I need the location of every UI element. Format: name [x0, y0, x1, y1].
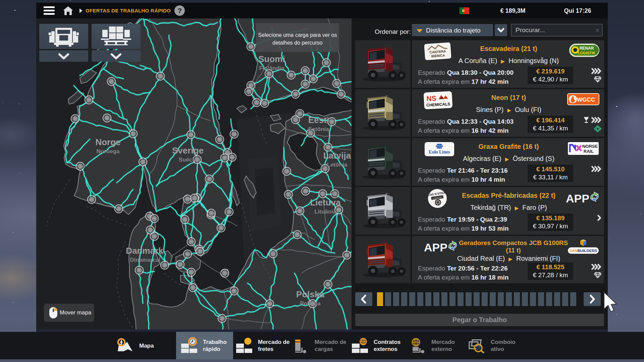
- svg-text:LOGISTIK: LOGISTIK: [578, 51, 595, 55]
- svg-text:RAIL: RAIL: [584, 149, 594, 154]
- svg-text:Suomi: Suomi: [258, 54, 285, 64]
- svg-text:Danmark: Danmark: [126, 246, 163, 256]
- svg-text:Eesti: Eesti: [308, 115, 329, 125]
- svg-text:Noruega: Noruega: [97, 148, 120, 155]
- svg-text:Latvija: Latvija: [323, 150, 351, 161]
- svg-text:Eolo Lines: Eolo Lines: [429, 149, 450, 155]
- svg-text:APP: APP: [424, 241, 447, 254]
- svg-text:NORSE: NORSE: [582, 144, 598, 149]
- svg-text:LOG N STICK: LOG N STICK: [428, 191, 446, 197]
- svg-text:APP: APP: [566, 192, 589, 205]
- svg-text:Polônia: Polônia: [300, 300, 321, 307]
- svg-text:SANBUILDERS: SANBUILDERS: [569, 249, 597, 253]
- svg-text:WGCC: WGCC: [577, 97, 595, 103]
- svg-text:Sverige: Sverige: [172, 145, 204, 156]
- svg-text:RENAR: RENAR: [580, 46, 594, 51]
- svg-text:Finlândia: Finlândia: [259, 65, 284, 71]
- svg-text:Lietuva: Lietuva: [310, 197, 341, 207]
- svg-text:Lituânia: Lituânia: [314, 208, 336, 215]
- svg-text:Polska: Polska: [296, 289, 324, 299]
- svg-text:Letônia: Letônia: [327, 162, 347, 168]
- svg-text:Dinamarca: Dinamarca: [130, 257, 159, 263]
- svg-text:Estônia: Estônia: [308, 126, 329, 132]
- svg-text:Suécia: Suécia: [179, 157, 197, 163]
- svg-text:NS: NS: [426, 94, 436, 102]
- svg-text:Norge: Norge: [95, 137, 120, 147]
